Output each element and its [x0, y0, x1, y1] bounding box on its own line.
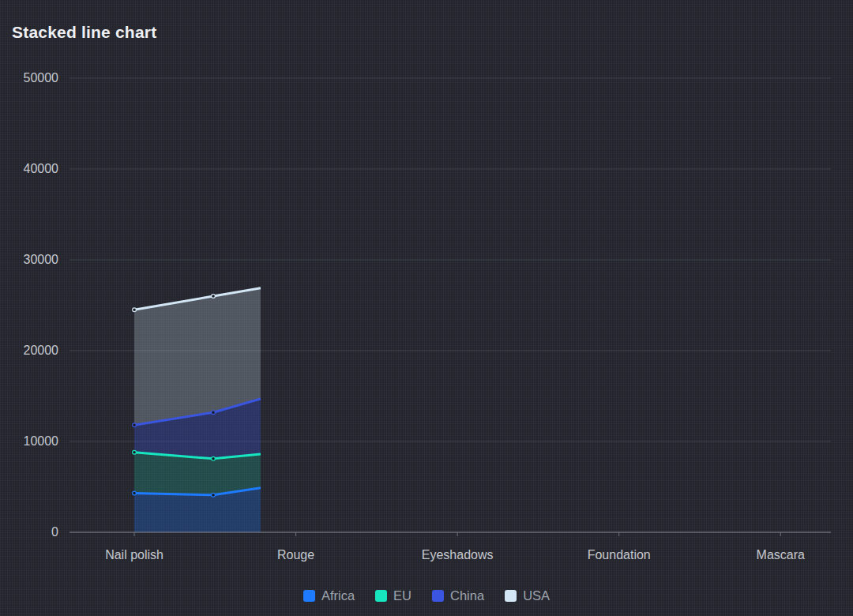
x-category-label-eyeshadows: Eyeshadows — [422, 547, 494, 564]
legend-label: USA — [523, 588, 550, 603]
data-point-usa — [133, 308, 137, 312]
legend-item-africa[interactable]: Africa — [303, 588, 355, 603]
legend-swatch-eu — [375, 590, 387, 602]
x-category-label-foundation: Foundation — [588, 547, 651, 564]
data-point-eu — [133, 450, 137, 454]
data-point-china — [133, 423, 137, 427]
data-point-africa — [212, 493, 216, 497]
legend-item-usa[interactable]: USA — [505, 588, 550, 603]
legend: AfricaEUChinaUSA — [0, 585, 853, 606]
y-tick-label-20000: 20000 — [0, 342, 58, 359]
y-tick-label-40000: 40000 — [0, 160, 58, 178]
legend-label: EU — [393, 588, 411, 603]
legend-swatch-africa — [303, 590, 315, 602]
y-tick-label-30000: 30000 — [0, 251, 58, 269]
y-tick-label-10000: 10000 — [0, 433, 58, 450]
data-point-africa — [133, 491, 137, 495]
x-category-label-mascara: Mascara — [757, 547, 805, 564]
area-fill-eu — [134, 453, 261, 495]
data-point-usa — [212, 295, 216, 299]
legend-label: Africa — [321, 588, 355, 603]
y-tick-label-0: 0 — [0, 524, 58, 541]
legend-item-eu[interactable]: EU — [375, 588, 411, 603]
legend-item-china[interactable]: China — [432, 588, 484, 603]
data-point-eu — [212, 456, 216, 460]
x-axis — [70, 532, 831, 536]
plot-area[interactable] — [0, 0, 853, 616]
legend-swatch-usa — [505, 590, 517, 602]
chart-canvas[interactable]: Stacked line chart 010000200003000040000… — [0, 0, 853, 616]
y-tick-label-50000: 50000 — [0, 69, 58, 87]
x-category-label-rouge: Rouge — [277, 547, 314, 564]
data-point-china — [212, 411, 216, 415]
x-category-label-nail-polish: Nail polish — [105, 547, 163, 564]
legend-swatch-china — [432, 590, 444, 602]
legend-label: China — [450, 588, 484, 603]
